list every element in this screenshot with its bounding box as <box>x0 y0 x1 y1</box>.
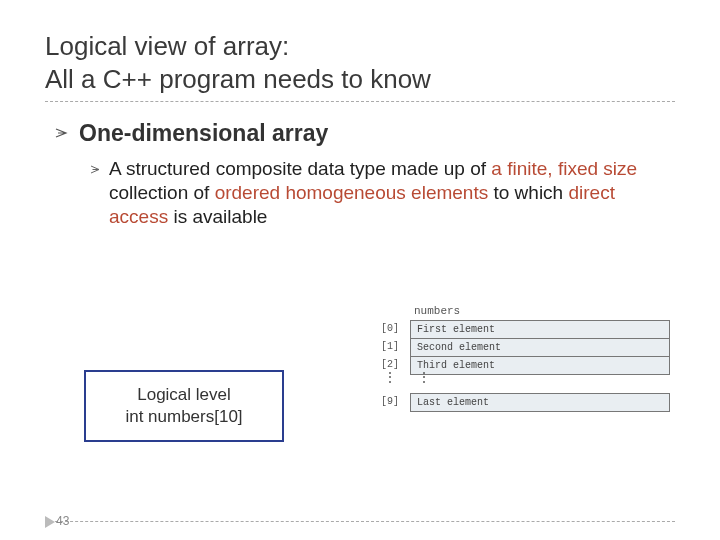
slide-title: Logical view of array: All a C++ program… <box>0 0 720 101</box>
section-heading: One-dimensional array <box>79 120 328 147</box>
title-line-1: Logical view of array: <box>45 31 289 61</box>
ellipsis-icon: ⋮ <box>410 375 431 393</box>
bullet-level-2: A structured composite data type made up… <box>0 147 720 228</box>
logical-level-box: Logical level int numbers[10] <box>84 370 284 442</box>
diagram-index: [9] <box>370 393 410 412</box>
diagram-cell: First element <box>410 320 670 338</box>
diagram-ellipsis: ⋮ ⋮ <box>370 375 670 393</box>
definition-text: A structured composite data type made up… <box>109 157 660 228</box>
diagram-cell: Second element <box>410 338 670 356</box>
diagram-header: numbers <box>410 305 670 317</box>
svg-marker-0 <box>45 516 55 528</box>
footer-divider <box>45 521 675 522</box>
text-highlight: ordered homogeneous elements <box>215 182 489 203</box>
ellipsis-icon: ⋮ <box>370 375 410 393</box>
page-number: 43 <box>56 514 69 528</box>
diagram-cell: Last element <box>410 393 670 412</box>
diagram-row: [1] Second element <box>370 338 670 356</box>
array-diagram: numbers [0] First element [1] Second ele… <box>370 305 670 412</box>
bullet-icon <box>90 157 101 179</box>
page-arrow-icon <box>45 514 55 532</box>
diagram-index: [1] <box>370 338 410 356</box>
diagram-index: [0] <box>370 320 410 338</box>
bullet-icon <box>55 120 69 144</box>
text-plain: is available <box>168 206 267 227</box>
logical-box-line1: Logical level <box>94 384 274 406</box>
title-line-2: All a C++ program needs to know <box>45 64 431 94</box>
text-plain: to which <box>488 182 568 203</box>
diagram-row: [2] Third element <box>370 356 670 375</box>
text-plain: A structured composite data type made up… <box>109 158 491 179</box>
diagram-row: [0] First element <box>370 320 670 338</box>
text-highlight: a finite, fixed size <box>491 158 637 179</box>
diagram-row: [9] Last element <box>370 393 670 412</box>
slide-footer: 43 <box>0 521 720 522</box>
text-plain: collection of <box>109 182 215 203</box>
logical-box-line2: int numbers[10] <box>94 406 274 428</box>
bullet-level-1: One-dimensional array <box>0 102 720 147</box>
diagram-cell: Third element <box>410 356 670 375</box>
